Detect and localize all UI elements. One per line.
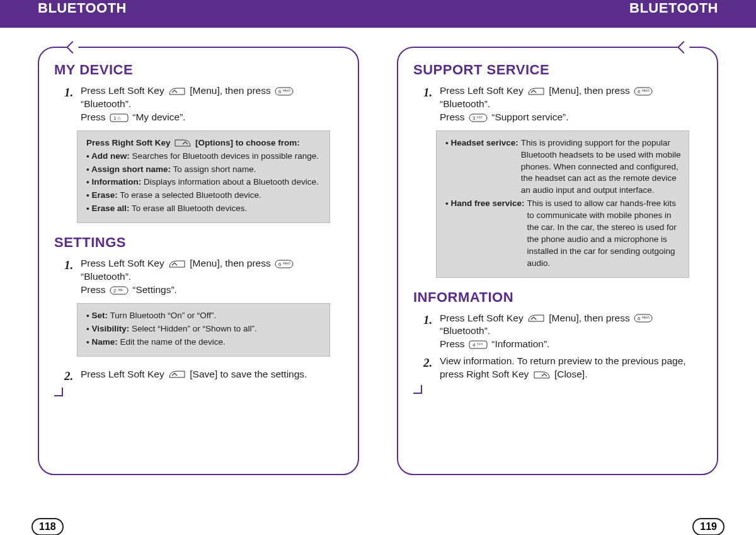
left-soft-key-icon xyxy=(168,370,186,379)
step-body: View information. To return preview to t… xyxy=(440,355,702,381)
text: To erase all Bluetooth devices. xyxy=(132,204,247,213)
option-row: • Headset serivce: This is providing sup… xyxy=(445,137,682,197)
label: • Information: xyxy=(86,177,141,187)
text: Edit the name of the device. xyxy=(120,337,226,347)
left-soft-key-icon xyxy=(527,87,545,96)
mydevice-step-1: 1. Press Left Soft Key [Menu], then pres… xyxy=(64,84,343,124)
pages-container: MY DEVICE 1. Press Left Soft Key [Menu],… xyxy=(0,28,756,526)
text: “Bluetooth”. xyxy=(440,325,490,336)
settings-step-2: 2. Press Left Soft Key [Save] to save th… xyxy=(64,368,343,384)
step-number: 1. xyxy=(64,257,81,297)
header-right: BLUETOOTH xyxy=(629,0,718,16)
text: View information. To return preview to t… xyxy=(440,355,686,366)
key-6-icon: 6 ᴹᴺᴼ xyxy=(634,87,653,96)
text: Searches for Bluetooth devices in possib… xyxy=(132,151,319,161)
left-soft-key-icon xyxy=(527,314,545,323)
label: • Erase all: xyxy=(86,204,130,213)
svg-text:6 ᴹᴺᴼ: 6 ᴹᴺᴼ xyxy=(278,89,290,95)
svg-text:3 ᴰᴱᶠ: 3 ᴰᴱᶠ xyxy=(472,115,483,121)
text: To assign short name. xyxy=(173,164,256,174)
settings-step-1: 1. Press Left Soft Key [Menu], then pres… xyxy=(64,257,343,297)
key-6-icon: 6 ᴹᴺᴼ xyxy=(275,87,294,96)
option-row: • Assign short name: To assign short nam… xyxy=(86,164,323,176)
page-number-118: 118 xyxy=(32,518,64,535)
text: To erase a selected Bluetooth device. xyxy=(120,190,261,200)
label: • Hand free service: xyxy=(445,198,525,269)
step-body: Press Left Soft Key [Save] to save the s… xyxy=(81,368,343,384)
text: Press Right Soft Key xyxy=(86,138,171,147)
key-2-icon: 2 ᴬᴮᶜ xyxy=(110,286,129,295)
label: • Visibility: xyxy=(86,324,129,333)
key-6-icon: 6 ᴹᴺᴼ xyxy=(634,314,653,323)
text: “Bluetooth”. xyxy=(440,98,490,109)
step-number: 2. xyxy=(423,355,440,381)
support-step-1: 1. Press Left Soft Key [Menu], then pres… xyxy=(423,84,702,124)
step-number: 1. xyxy=(423,312,440,352)
page-119: SUPPORT SERVICE 1. Press Left Soft Key [… xyxy=(397,47,718,526)
step-number: 1. xyxy=(64,84,81,124)
page-118: MY DEVICE 1. Press Left Soft Key [Menu],… xyxy=(38,47,359,526)
text: Press xyxy=(81,284,106,295)
text: Turn Bluetooth “On” or “Off”. xyxy=(110,311,217,320)
text: “Settings”. xyxy=(132,284,177,295)
svg-text:1 ⌂: 1 ⌂ xyxy=(113,115,121,121)
label: • Add new: xyxy=(86,151,130,161)
svg-text:6 ᴹᴺᴼ: 6 ᴹᴺᴼ xyxy=(278,262,290,267)
option-row: • Visibility: Select “Hidden” or “Shown … xyxy=(86,323,323,335)
information-step-1: 1. Press Left Soft Key [Menu], then pres… xyxy=(423,312,702,352)
heading-settings: SETTINGS xyxy=(54,234,343,251)
step-body: Press Left Soft Key [Menu], then press 6… xyxy=(440,84,702,124)
option-row: • Information: Displays information abou… xyxy=(86,176,323,188)
left-soft-key-icon xyxy=(168,260,186,268)
text: Press Left Soft Key xyxy=(440,313,524,323)
panel-right: SUPPORT SERVICE 1. Press Left Soft Key [… xyxy=(397,47,718,475)
label: • Erase: xyxy=(86,190,118,200)
right-soft-key-icon xyxy=(174,139,192,147)
text: This is used to allow car hands-free kit… xyxy=(525,198,682,269)
step-number: 2. xyxy=(64,368,81,384)
text: “Support service”. xyxy=(491,112,568,122)
text: “My device”. xyxy=(132,112,185,122)
text: press Right Soft Key xyxy=(440,369,529,379)
text: [Menu], then press xyxy=(549,85,629,96)
text: This is providing support for the popula… xyxy=(518,137,682,197)
label: • Set: xyxy=(86,311,108,320)
svg-text:6 ᴹᴺᴼ: 6 ᴹᴺᴼ xyxy=(638,89,650,95)
heading-information: INFORMATION xyxy=(413,289,702,306)
text: [Close]. xyxy=(554,369,588,379)
svg-text:6 ᴹᴺᴼ: 6 ᴹᴺᴼ xyxy=(638,316,650,321)
header-bar: BLUETOOTH BLUETOOTH xyxy=(0,0,756,28)
key-4-icon: 4 ᴳᴴᴵ xyxy=(469,340,488,349)
text: Press xyxy=(440,112,465,122)
key-1-icon: 1 ⌂ xyxy=(110,113,129,122)
right-soft-key-icon xyxy=(533,371,551,379)
box-intro: Press Right Soft Key [Options] to choose… xyxy=(86,137,323,149)
heading-my-device: MY DEVICE xyxy=(54,62,343,78)
svg-text:2 ᴬᴮᶜ: 2 ᴬᴮᶜ xyxy=(113,288,123,294)
option-row: • Hand free service: This is used to all… xyxy=(445,198,682,269)
left-soft-key-icon xyxy=(168,87,186,96)
text: Select “Hidden” or “Shown to all”. xyxy=(132,324,257,333)
text: “Bluetooth”. xyxy=(81,98,131,109)
option-row: • Add new: Searches for Bluetooth device… xyxy=(86,151,323,163)
text: [Menu], then press xyxy=(190,258,270,268)
text: Press xyxy=(81,112,106,122)
page-number-119: 119 xyxy=(692,518,724,535)
label: • Name: xyxy=(86,337,118,347)
option-row: • Name: Edit the name of the device. xyxy=(86,337,323,348)
text: “Bluetooth”. xyxy=(81,271,131,282)
step-body: Press Left Soft Key [Menu], then press 6… xyxy=(440,312,702,352)
key-3-icon: 3 ᴰᴱᶠ xyxy=(469,113,488,122)
option-row: • Set: Turn Bluetooth “On” or “Off”. xyxy=(86,310,323,322)
option-row: • Erase all: To erase all Bluetooth devi… xyxy=(86,203,323,215)
step-body: Press Left Soft Key [Menu], then press 6… xyxy=(81,257,343,297)
information-step-2: 2. View information. To return preview t… xyxy=(423,355,702,381)
text: [Save] to save the settings. xyxy=(190,369,307,379)
heading-support-service: SUPPORT SERVICE xyxy=(413,62,702,78)
step-body: Press Left Soft Key [Menu], then press 6… xyxy=(81,84,343,124)
text: Press Left Soft Key xyxy=(81,85,164,96)
label: • Headset serivce: xyxy=(445,137,518,197)
text: Press Left Soft Key xyxy=(81,258,164,268)
svg-text:4 ᴳᴴᴵ: 4 ᴳᴴᴵ xyxy=(472,342,483,348)
text: Displays information about a Bluetooth d… xyxy=(144,177,319,187)
